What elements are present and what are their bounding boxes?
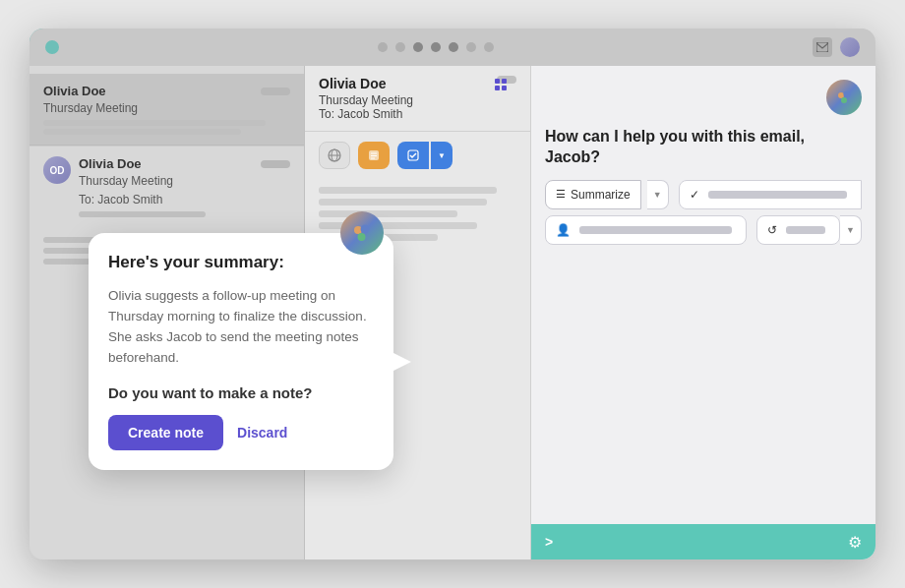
email-2-sender: Olivia Doe — [79, 156, 142, 171]
undo-btn[interactable]: ↺ — [756, 215, 840, 245]
create-note-button[interactable]: Create note — [108, 415, 223, 450]
email-detail-subject: Thursday Meeting — [319, 93, 413, 107]
detail-toolbar: ▼ — [305, 132, 530, 179]
footer-chevron[interactable]: > — [545, 534, 553, 550]
svg-rect-4 — [502, 86, 507, 90]
title-dot-4 — [431, 42, 441, 52]
summary-body: Olivia suggests a follow-up meeting on T… — [108, 286, 374, 369]
blue-btn[interactable] — [397, 142, 429, 169]
svg-rect-0 — [816, 42, 828, 52]
ai-panel-content: How can I help you with this email, Jaco… — [531, 66, 875, 524]
title-dot-2 — [395, 42, 405, 52]
summary-actions: Create note Discard — [108, 415, 374, 450]
title-dot-6 — [466, 42, 476, 52]
check-btn[interactable]: ✓ — [679, 180, 862, 209]
email-detail-sender: Olivia Doe — [319, 76, 413, 91]
action-row-1: ☰ Summarize ▼ ✓ — [545, 180, 862, 209]
grid-icon[interactable] — [492, 76, 512, 95]
summarize-btn[interactable]: ☰ Summarize — [545, 180, 641, 209]
svg-point-19 — [361, 225, 370, 234]
svg-rect-3 — [495, 86, 500, 90]
email-item-1-header: Olivia Doe — [43, 84, 290, 98]
email-2-time — [261, 160, 290, 168]
svg-rect-2 — [502, 79, 507, 84]
blue-dropdown[interactable]: ▼ — [431, 142, 452, 169]
email-2-preview — [79, 211, 290, 217]
traffic-light — [45, 40, 59, 54]
email-2-to: To: Jacob Smith — [79, 193, 290, 206]
email-1-sender: Olivia Doe — [43, 84, 106, 98]
detail-line-1 — [319, 187, 497, 194]
avatar-icon[interactable] — [840, 37, 860, 57]
title-dots — [378, 42, 494, 52]
email-1-time — [261, 88, 290, 95]
email-2-subject: Thursday Meeting — [79, 174, 290, 188]
summary-popup: Here's your summary: Olivia suggests a f… — [89, 233, 393, 470]
person-btn[interactable]: 👤 — [545, 215, 747, 245]
summary-note-question: Do you want to make a note? — [108, 384, 374, 401]
svg-point-20 — [358, 233, 366, 241]
content-area: Olivia Doe Thursday Meeting OD Olivia Do… — [30, 66, 875, 559]
discard-button[interactable]: Discard — [237, 425, 287, 441]
ai-panel: How can I help you with this email, Jaco… — [531, 66, 875, 559]
email-1-preview — [43, 120, 290, 135]
title-dot-1 — [378, 42, 388, 52]
title-dot-7 — [484, 42, 494, 52]
email-1-subject: Thursday Meeting — [43, 101, 290, 115]
summarize-chevron-icon: ▼ — [653, 190, 662, 200]
mail-icon[interactable] — [813, 37, 832, 57]
ai-action-buttons: ☰ Summarize ▼ ✓ — [545, 180, 862, 245]
ai-bot-icon — [826, 80, 862, 115]
undo-icon: ↺ — [767, 223, 777, 237]
email-item-1[interactable]: Olivia Doe Thursday Meeting — [30, 74, 304, 145]
summarize-icon: ☰ — [556, 188, 566, 201]
svg-point-14 — [838, 92, 844, 98]
email-detail-to: To: Jacob Smith — [319, 107, 413, 121]
ai-panel-footer: > ⚙ — [531, 524, 875, 559]
check-placeholder — [708, 191, 847, 199]
title-right-icons — [813, 37, 860, 57]
ai-question: How can I help you with this email, Jaco… — [545, 127, 862, 168]
svg-rect-1 — [495, 79, 500, 84]
orange-btn[interactable] — [358, 142, 390, 169]
title-dot-3 — [413, 42, 423, 52]
preview-line-2 — [43, 129, 241, 135]
person-placeholder — [579, 226, 732, 234]
detail-line-3 — [319, 210, 457, 217]
svg-point-16 — [841, 97, 847, 103]
detail-line-2 — [319, 199, 487, 206]
title-dot-5 — [449, 42, 458, 52]
title-bar — [30, 29, 875, 66]
preview-line-3 — [79, 211, 206, 217]
email-detail-info: Olivia Doe Thursday Meeting To: Jacob Sm… — [319, 76, 413, 121]
summary-bot-icon — [340, 211, 384, 255]
summarize-chevron-btn[interactable]: ▼ — [647, 180, 669, 209]
summary-title: Here's your summary: — [108, 253, 374, 272]
footer-gear[interactable]: ⚙ — [848, 533, 862, 552]
app-window: Olivia Doe Thursday Meeting OD Olivia Do… — [30, 29, 875, 559]
undo-chevron-btn[interactable]: ▼ — [840, 215, 862, 245]
undo-placeholder — [786, 226, 825, 234]
undo-chevron-icon: ▼ — [846, 225, 855, 235]
check-icon: ✓ — [690, 188, 699, 202]
action-row-2: 👤 ↺ ▼ — [545, 215, 862, 245]
svg-point-15 — [844, 91, 851, 98]
email-item-2-header: Olivia Doe — [79, 156, 290, 171]
person-icon: 👤 — [556, 223, 571, 237]
email-2-content: Olivia Doe Thursday Meeting To: Jacob Sm… — [79, 156, 290, 217]
email-detail-header: Olivia Doe Thursday Meeting To: Jacob Sm… — [305, 66, 530, 132]
globe-btn[interactable] — [319, 142, 350, 169]
svg-point-17 — [349, 220, 375, 246]
preview-line-1 — [43, 120, 266, 126]
email-item-2[interactable]: OD Olivia Doe Thursday Meeting To: Jacob… — [30, 146, 304, 227]
summarize-label: Summarize — [571, 188, 631, 202]
email-2-avatar: OD — [43, 156, 71, 184]
